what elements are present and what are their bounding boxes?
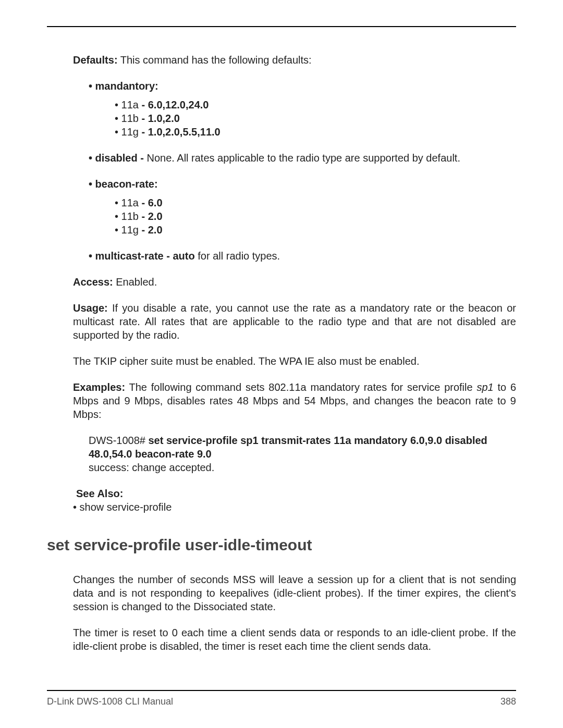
cmd-line-2: 48.0,54.0 beacon-rate 9.0 — [47, 447, 516, 461]
mandatory-11g: • 11g - 1.0,2.0,5.5,11.0 — [47, 125, 516, 139]
section-paragraph-1: Changes the number of seconds MSS will l… — [47, 573, 516, 613]
multicast-line: • multicast-rate - auto for all radio ty… — [47, 249, 516, 263]
cmd-prompt: DWS-1008# — [89, 435, 149, 446]
mandatory-11b: • 11b - 1.0,2.0 — [47, 112, 516, 125]
beacon-11b-val: - 2.0 — [141, 211, 162, 222]
mandatory-11g-pre: • 11g — [115, 126, 141, 138]
beacon-11a: • 11a - 6.0 — [47, 196, 516, 209]
seealso-item: • show service-profile — [47, 500, 516, 514]
beacon-11a-val: - 6.0 — [141, 197, 162, 208]
footer-manual-title: D-Link DWS-1008 CLI Manual — [47, 696, 173, 707]
beacon-label: • beacon-rate: — [47, 177, 516, 191]
mandatory-11g-val: - 1.0,2.0,5.5,11.0 — [141, 126, 220, 138]
beacon-11b-pre: • 11b — [115, 211, 141, 222]
multicast-label: • multicast-rate - auto — [89, 250, 198, 262]
beacon-11a-pre: • 11a — [115, 197, 141, 208]
access-text: Enabled. — [113, 276, 157, 288]
multicast-text: for all radio types. — [198, 250, 280, 262]
disabled-text: None. All rates applicable to the radio … — [146, 152, 460, 164]
beacon-11g-pre: • 11g — [115, 224, 141, 236]
mandatory-label: • mandantory: — [47, 79, 516, 93]
tkip-line: The TKIP cipher suite must be enabled. T… — [47, 354, 516, 368]
section-paragraph-2: The timer is reset to 0 each time a clie… — [47, 626, 516, 653]
page-body: Defaults: This command has the following… — [47, 53, 516, 669]
disabled-label: • disabled - — [89, 152, 146, 164]
defaults-label: Defaults: — [73, 54, 118, 66]
mandatory-11a-pre: • 11a — [115, 99, 141, 110]
beacon-11g: • 11g - 2.0 — [47, 223, 516, 237]
footer: D-Link DWS-1008 CLI Manual 388 — [47, 691, 516, 707]
mandatory-11b-pre: • 11b — [115, 113, 141, 124]
access-block: Access: Enabled. — [47, 275, 516, 289]
usage-label: Usage: — [73, 302, 108, 314]
beacon-11b: • 11b - 2.0 — [47, 209, 516, 223]
defaults-text: This command has the following defaults: — [118, 54, 312, 66]
section-title: set service-profile user-idle-timeout — [47, 535, 516, 555]
defaults-block: Defaults: This command has the following… — [47, 53, 516, 67]
top-rule — [47, 26, 516, 27]
disabled-line: • disabled - None. All rates applicable … — [47, 151, 516, 165]
mandatory-11b-val: - 1.0,2.0 — [141, 113, 179, 124]
examples-label: Examples: — [73, 381, 125, 393]
examples-profile: sp1 — [476, 381, 493, 393]
examples-pre: The following command sets 802.11a manda… — [125, 381, 476, 393]
seealso-label: See Also: — [50, 487, 516, 500]
mandatory-11a: • 11a - 6.0,12.0,24.0 — [47, 98, 516, 112]
cmd-line-1: DWS-1008# set service-profile sp1 transm… — [47, 434, 516, 447]
cmd-result: success: change accepted. — [47, 461, 516, 474]
beacon-11g-val: - 2.0 — [141, 224, 162, 236]
usage-text: If you disable a rate, you cannot use th… — [73, 302, 516, 341]
usage-block: Usage: If you disable a rate, you cannot… — [47, 301, 516, 342]
cmd-text-1: set service-profile sp1 transmit-rates 1… — [149, 435, 487, 446]
mandatory-11a-val: - 6.0,12.0,24.0 — [141, 99, 209, 110]
manual-page: Defaults: This command has the following… — [0, 0, 563, 728]
examples-block: Examples: The following command sets 802… — [47, 380, 516, 421]
footer-page-number: 388 — [500, 696, 516, 707]
access-label: Access: — [73, 276, 113, 288]
